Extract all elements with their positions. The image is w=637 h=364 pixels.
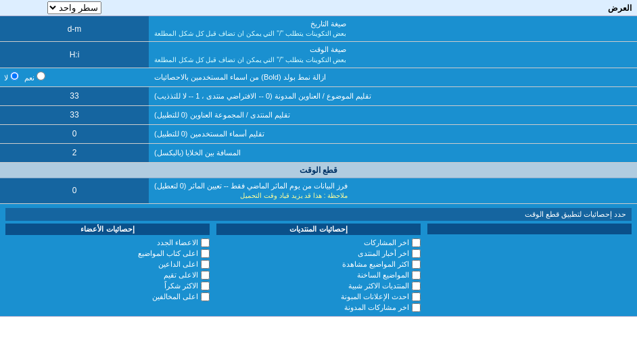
bold-radio-area: نعم لا xyxy=(0,68,149,86)
cell-gap-row: المسافة بين الخلايا (بالبكسل) xyxy=(0,144,637,163)
user-trim-row: تقليم أسماء المستخدمين (0 للتطبيل) xyxy=(0,125,637,144)
col2-check-3[interactable] xyxy=(412,271,421,280)
forum-sort-label: تقليم المنتدى / المجموعة العناوين (0 للت… xyxy=(149,106,637,124)
col2-check-2[interactable] xyxy=(412,260,421,269)
checkbox-col-1: إحصائيات الأعضاء الاعضاء الجدد اعلى كتاب… xyxy=(5,224,210,312)
col2-item-2: اكثر المواضيع مشاهدة xyxy=(216,260,421,269)
date-format-input-area xyxy=(0,16,149,41)
cut-time-input[interactable] xyxy=(4,186,145,195)
col1-check-1[interactable] xyxy=(201,249,210,258)
user-trim-label: تقليم أسماء المستخدمين (0 للتطبيل) xyxy=(149,125,637,143)
col1-check-0[interactable] xyxy=(201,238,210,247)
cut-time-row: فرز البيانات من يوم الماثر الماضي فقط --… xyxy=(0,178,637,204)
col1-item-1: اعلى كتاب المواضيع xyxy=(5,249,210,258)
col2-item-6: اخر مشاركات المدونة xyxy=(216,303,421,312)
col2-check-6[interactable] xyxy=(412,303,421,312)
bold-yes-label: نعم xyxy=(24,72,45,82)
date-format-row: صيغة التاريخ بعض التكوينات يتطلب "/" الت… xyxy=(0,16,637,42)
date-format-input[interactable] xyxy=(4,24,145,34)
col2-header: إحصائيات المنتديات xyxy=(216,224,421,235)
time-format-label: صيغة الوقت بعض التكوينات يتطلب "/" التي … xyxy=(149,42,637,67)
col1-item-4: الاكثر شكراً xyxy=(5,282,210,290)
time-format-input[interactable] xyxy=(4,50,145,59)
cut-time-input-area xyxy=(0,178,149,203)
col1-item-0: الاعضاء الجدد xyxy=(5,238,210,247)
user-trim-input-area xyxy=(0,125,149,143)
checkbox-col-3 xyxy=(427,224,632,312)
topic-sort-row: تقليم الموضوع / العناوين المدونة (0 -- ا… xyxy=(0,87,637,106)
col2-item-5: احدث الإعلانات المبونة xyxy=(216,292,421,301)
col1-item-5: اعلى المخالفين xyxy=(5,292,210,301)
col1-check-2[interactable] xyxy=(201,260,210,269)
bold-remove-row: ازالة نمط بولد (Bold) من اسماء المستخدمي… xyxy=(0,68,637,87)
col2-item-0: اخر المشاركات xyxy=(216,238,421,247)
time-format-row: صيغة الوقت بعض التكوينات يتطلب "/" التي … xyxy=(0,42,637,68)
cell-gap-input[interactable] xyxy=(4,148,145,157)
forum-sort-input-area xyxy=(0,106,149,124)
date-format-label: صيغة التاريخ بعض التكوينات يتطلب "/" الت… xyxy=(149,16,637,41)
col1-check-5[interactable] xyxy=(201,292,210,301)
user-trim-input[interactable] xyxy=(4,129,145,138)
cell-gap-input-area xyxy=(0,144,149,162)
col2-item-3: المواضيع الساخنة xyxy=(216,271,421,280)
checkboxes-section: حدد إحصائيات لتطبيق قطع الوقت إحصائيات ا… xyxy=(0,204,637,317)
col2-item-1: اخر أخبار المنتدى xyxy=(216,249,421,258)
bold-no-radio[interactable] xyxy=(10,72,19,80)
checkbox-col-2: إحصائيات المنتديات اخر المشاركات اخر أخب… xyxy=(216,224,421,312)
topic-sort-label: تقليم الموضوع / العناوين المدونة (0 -- ا… xyxy=(149,87,637,105)
display-select[interactable]: سطر واحد xyxy=(47,1,101,14)
col2-item-4: المنتديات الاكثر شبية xyxy=(216,282,421,290)
checkboxes-grid: إحصائيات المنتديات اخر المشاركات اخر أخب… xyxy=(5,224,632,312)
col1-check-3[interactable] xyxy=(201,271,210,280)
time-format-input-area xyxy=(0,42,149,67)
col2-check-1[interactable] xyxy=(412,249,421,258)
forum-sort-input[interactable] xyxy=(4,110,145,120)
col2-check-4[interactable] xyxy=(412,282,421,290)
header-row: العرض سطر واحد xyxy=(0,0,637,16)
cell-gap-label: المسافة بين الخلايا (بالبكسل) xyxy=(149,144,637,162)
header-label: العرض xyxy=(149,1,637,15)
cut-time-label: فرز البيانات من يوم الماثر الماضي فقط --… xyxy=(149,178,637,203)
header-select-area[interactable]: سطر واحد xyxy=(0,0,149,16)
cut-section-header: قطع الوقت xyxy=(0,163,637,178)
col1-item-3: الاعلى تقيم xyxy=(5,271,210,280)
col2-check-5[interactable] xyxy=(412,292,421,301)
checkboxes-label: حدد إحصائيات لتطبيق قطع الوقت xyxy=(5,208,632,221)
topic-sort-input[interactable] xyxy=(4,91,145,101)
col1-header: إحصائيات الأعضاء xyxy=(5,224,210,235)
bold-yes-radio[interactable] xyxy=(37,72,45,80)
forum-sort-row: تقليم المنتدى / المجموعة العناوين (0 للت… xyxy=(0,106,637,125)
bold-no-label: لا xyxy=(4,72,19,82)
col1-check-4[interactable] xyxy=(201,282,210,290)
col2-check-0[interactable] xyxy=(412,238,421,247)
col1-item-2: اعلى الداعين xyxy=(5,260,210,269)
col3-header xyxy=(427,224,632,234)
bold-remove-label: ازالة نمط بولد (Bold) من اسماء المستخدمي… xyxy=(149,68,637,86)
topic-sort-input-area xyxy=(0,87,149,105)
